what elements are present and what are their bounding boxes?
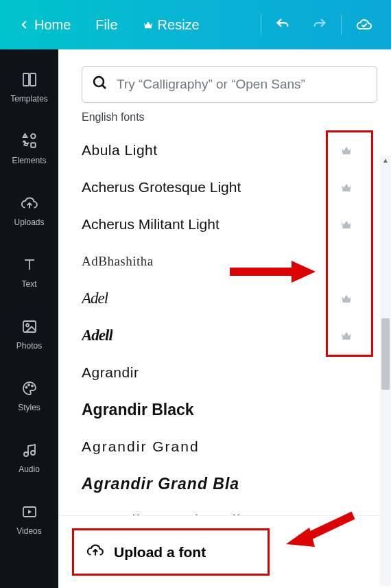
sidebar-item-label: Styles <box>18 403 40 412</box>
sidebar-item-templates[interactable]: Templates <box>0 58 58 117</box>
svg-point-9 <box>24 452 28 456</box>
font-row[interactable]: Agrandir Black <box>82 391 364 428</box>
section-label: English fonts <box>58 110 391 132</box>
cloud-sync-button[interactable] <box>346 12 383 37</box>
svg-point-12 <box>94 77 104 86</box>
cloud-check-icon <box>355 16 373 33</box>
sidebar-item-audio[interactable]: Audio <box>0 428 58 487</box>
svg-rect-4 <box>23 321 36 332</box>
font-list: Abula LightAcherus Grotesque LightAcheru… <box>58 132 391 515</box>
font-row[interactable]: Agrandir Grand Mediu <box>82 502 364 515</box>
font-name-label: AdBhashitha <box>82 254 154 269</box>
palette-icon <box>21 379 38 397</box>
crown-icon <box>143 20 154 30</box>
search-icon <box>92 75 108 94</box>
back-home-button[interactable]: Home <box>8 13 80 37</box>
sidebar-item-label: Elements <box>12 156 46 165</box>
font-search[interactable] <box>82 66 377 103</box>
svg-rect-3 <box>31 143 35 148</box>
svg-point-2 <box>31 134 35 139</box>
resize-menu[interactable]: Resize <box>133 13 209 37</box>
templates-icon <box>21 71 38 89</box>
svg-line-13 <box>102 85 106 89</box>
sidebar-item-label: Uploads <box>14 217 44 227</box>
font-name-label: Abula Light <box>82 142 158 158</box>
elements-icon <box>21 132 38 150</box>
sidebar-item-styles[interactable]: Styles <box>0 366 58 425</box>
text-icon <box>21 256 38 274</box>
svg-point-8 <box>32 386 33 387</box>
scrollbar-thumb[interactable] <box>381 318 390 390</box>
svg-point-6 <box>25 387 27 388</box>
sidebar-item-label: Templates <box>10 94 48 104</box>
font-name-label: Agrandir Grand Bla <box>82 475 239 493</box>
upload-cloud-icon <box>21 194 38 212</box>
crown-icon <box>340 293 353 304</box>
crown-icon <box>340 182 353 193</box>
font-row[interactable]: AdBhashitha <box>82 243 364 280</box>
chevron-left-icon <box>18 19 30 31</box>
font-row[interactable]: Agrandir <box>82 354 364 391</box>
sidebar-item-photos[interactable]: Photos <box>0 305 58 364</box>
svg-rect-1 <box>30 73 36 86</box>
crown-icon <box>340 330 353 341</box>
font-name-label: Agrandir <box>82 364 139 381</box>
font-row[interactable]: Adell <box>82 317 364 354</box>
font-name-label: Acherus Grotesque Light <box>82 179 241 196</box>
divider <box>341 14 342 35</box>
sidebar-item-elements[interactable]: Elements <box>0 119 58 178</box>
crown-icon <box>340 145 353 156</box>
file-menu[interactable]: File <box>86 13 127 37</box>
svg-point-5 <box>26 324 29 327</box>
undo-icon <box>275 17 290 32</box>
video-icon <box>21 503 38 521</box>
font-row[interactable]: Abula Light <box>82 132 364 169</box>
font-row[interactable]: Adel <box>82 280 364 317</box>
search-input[interactable] <box>117 77 367 92</box>
sidebar-item-videos[interactable]: Videos <box>0 490 58 549</box>
left-sidebar: Templates Elements Uploads Text Photos <box>0 49 58 588</box>
upload-font-label: Upload a font <box>114 544 206 561</box>
font-name-label: Acherus Militant Light <box>82 216 220 233</box>
font-row[interactable]: Acherus Grotesque Light <box>82 169 364 206</box>
sidebar-item-label: Videos <box>16 526 41 536</box>
scrollbar[interactable]: ▲ <box>380 155 391 586</box>
font-panel: English fonts Abula LightAcherus Grotesq… <box>58 49 391 588</box>
svg-point-7 <box>28 384 29 386</box>
sidebar-item-text[interactable]: Text <box>0 243 58 302</box>
font-name-label: Agrandir Black <box>82 401 194 419</box>
photo-icon <box>21 318 38 336</box>
font-name-label: Agrandir Grand <box>82 438 200 455</box>
sidebar-item-label: Photos <box>16 341 42 351</box>
font-row[interactable]: Agrandir Grand <box>82 428 364 465</box>
redo-icon <box>312 17 327 32</box>
audio-icon <box>21 441 38 459</box>
divider <box>261 14 261 35</box>
sidebar-item-uploads[interactable]: Uploads <box>0 181 58 240</box>
top-bar: Home File Resize <box>0 0 391 49</box>
scroll-up-icon: ▲ <box>382 156 389 164</box>
home-label: Home <box>34 17 71 33</box>
undo-button[interactable] <box>265 13 300 36</box>
redo-button[interactable] <box>303 13 337 36</box>
font-name-label: Adell <box>82 327 112 344</box>
svg-rect-0 <box>23 73 29 86</box>
crown-icon <box>340 219 353 230</box>
sidebar-item-label: Text <box>21 279 36 289</box>
upload-icon <box>86 541 104 563</box>
file-label: File <box>95 17 117 33</box>
font-row[interactable]: Agrandir Grand Bla <box>82 465 364 502</box>
svg-point-10 <box>31 451 35 455</box>
resize-label: Resize <box>158 17 200 33</box>
font-name-label: Adel <box>82 290 108 307</box>
upload-font-button[interactable]: Upload a font <box>72 528 270 576</box>
font-name-label: Agrandir Grand Mediu <box>82 512 250 515</box>
sidebar-item-label: Audio <box>19 464 40 474</box>
font-row[interactable]: Acherus Militant Light <box>82 206 364 243</box>
